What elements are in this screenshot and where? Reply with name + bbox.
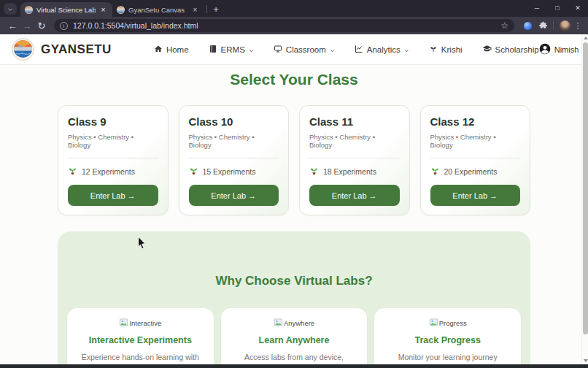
enter-lab-button[interactable]: Enter Lab → xyxy=(68,185,158,206)
tab-search-button[interactable] xyxy=(4,3,17,15)
site-favicon-icon xyxy=(25,6,33,14)
browser-toolbar: ← → ↻ i 127.0.0.1:5504/virtual_lab/index… xyxy=(0,17,588,34)
card-divider xyxy=(68,158,158,158)
chart-line-icon xyxy=(355,45,363,55)
experiments-count: 12 Experiments xyxy=(82,167,135,176)
class-subjects: Physics • Chemistry • Biology xyxy=(309,133,400,149)
nav-item-analytics[interactable]: Analytics xyxy=(355,45,409,55)
nav-label: Classroom xyxy=(286,45,326,54)
tab-title: GyanSetu Canvas xyxy=(128,6,187,14)
class-name: Class 9 xyxy=(68,115,158,128)
nav-item-scholarship[interactable]: Scholarship xyxy=(482,44,539,55)
minimize-button[interactable]: ─ xyxy=(527,0,547,16)
mouse-cursor xyxy=(137,236,147,253)
site-info-icon[interactable]: i xyxy=(60,22,68,30)
monitor-icon xyxy=(274,45,282,55)
feature-card-anywhere: Anywhere Learn Anywhere Access labs from… xyxy=(221,308,368,368)
experiments-count: 15 Experiments xyxy=(203,167,256,176)
tab-divider xyxy=(206,5,207,13)
card-divider xyxy=(189,158,279,158)
browser-tab-strip: Virtual Science Labs × GyanSetu Canvas ×… xyxy=(0,0,588,17)
chevron-down-icon xyxy=(249,46,254,55)
scroll-down-arrow[interactable] xyxy=(582,357,588,364)
extension-gem-icon[interactable] xyxy=(524,22,532,30)
plant-icon xyxy=(429,45,438,55)
browser-tab-active[interactable]: Virtual Science Labs × xyxy=(20,2,112,17)
main-nav: Home ERMS Classroom Analytics xyxy=(154,44,539,55)
feature-card-row: Interactive Interactive Experiments Expe… xyxy=(67,308,521,368)
tab-close-icon[interactable]: × xyxy=(190,5,200,15)
nav-item-krishi[interactable]: Krishi xyxy=(429,45,463,55)
book-icon xyxy=(209,45,217,55)
class-name: Class 10 xyxy=(189,115,279,128)
new-tab-button[interactable]: + xyxy=(209,2,223,15)
close-button[interactable]: ✕ xyxy=(568,0,588,16)
maximize-button[interactable]: □ xyxy=(547,0,568,16)
chevron-down-icon xyxy=(330,46,335,55)
feature-title: Interactive Experiments xyxy=(74,335,206,345)
forward-button[interactable]: → xyxy=(20,18,34,33)
browser-menu-icon[interactable]: ⋮ xyxy=(573,21,583,31)
seedling-icon xyxy=(189,166,198,177)
feature-card-interactive: Interactive Interactive Experiments Expe… xyxy=(67,308,214,368)
bookmark-star-icon[interactable]: ☆ xyxy=(500,20,508,31)
site-header: GYANSETU Home ERMS Classroom xyxy=(0,34,588,65)
seedling-icon xyxy=(309,166,319,177)
experiments-count: 18 Experiments xyxy=(323,167,376,176)
nav-item-classroom[interactable]: Classroom xyxy=(274,45,335,55)
footer-strip xyxy=(0,364,588,368)
seedling-icon xyxy=(68,166,77,177)
browser-tab-inactive[interactable]: GyanSetu Canvas × xyxy=(112,2,204,17)
why-choose-section: Why Choose Virtual Labs? Interactive Int… xyxy=(58,231,530,368)
class-card-12: Class 12 Physics • Chemistry • Biology 2… xyxy=(420,105,531,215)
page-scrollbar[interactable] xyxy=(581,34,588,364)
nav-label: Home xyxy=(166,45,189,54)
enter-lab-button[interactable]: Enter Lab → xyxy=(430,185,521,206)
image-alt-text: Progress xyxy=(439,319,467,327)
extensions-puzzle-icon[interactable] xyxy=(536,19,549,32)
nav-item-erms[interactable]: ERMS xyxy=(209,45,254,55)
nav-label: Analytics xyxy=(367,45,401,54)
section-title: Why Choose Virtual Labs? xyxy=(67,274,521,288)
scroll-up-arrow[interactable] xyxy=(582,34,588,42)
back-button[interactable]: ← xyxy=(5,18,20,33)
browser-window: Virtual Science Labs × GyanSetu Canvas ×… xyxy=(0,0,588,368)
class-card-11: Class 11 Physics • Chemistry • Biology 1… xyxy=(299,105,410,215)
browser-profile-avatar[interactable] xyxy=(560,20,570,31)
url-text: 127.0.0.1:5504/virtual_lab/index.html xyxy=(73,21,500,30)
seedling-icon xyxy=(430,166,440,177)
address-bar[interactable]: i 127.0.0.1:5504/virtual_lab/index.html … xyxy=(54,19,514,32)
page-content: GYANSETU Home ERMS Classroom xyxy=(0,34,588,368)
gyansetu-logo[interactable] xyxy=(12,38,34,61)
chevron-down-icon xyxy=(404,46,409,55)
class-name: Class 11 xyxy=(309,115,400,128)
brand-name[interactable]: GYANSETU xyxy=(41,42,112,57)
tab-title: Virtual Science Labs xyxy=(36,6,96,14)
nav-label: ERMS xyxy=(221,45,245,54)
tab-close-icon[interactable]: × xyxy=(98,5,108,15)
nav-item-home[interactable]: Home xyxy=(154,45,189,55)
broken-image-icon xyxy=(429,318,438,329)
feature-card-progress: Progress Track Progress Monitor your lea… xyxy=(374,308,521,368)
feature-title: Track Progress xyxy=(382,335,514,345)
nav-label: Krishi xyxy=(441,45,463,54)
user-avatar-icon xyxy=(539,43,551,56)
class-subjects: Physics • Chemistry • Biology xyxy=(189,133,279,149)
image-alt-text: Interactive xyxy=(129,319,161,327)
class-card-10: Class 10 Physics • Chemistry • Biology 1… xyxy=(179,105,290,215)
class-name: Class 12 xyxy=(430,115,521,128)
experiments-count: 20 Experiments xyxy=(444,167,498,176)
user-menu[interactable]: Nimish Kushwaha xyxy=(539,43,588,56)
enter-lab-button[interactable]: Enter Lab → xyxy=(309,185,400,206)
card-divider xyxy=(430,158,521,158)
enter-lab-button[interactable]: Enter Lab → xyxy=(189,185,279,206)
page-title: Select Your Class xyxy=(0,71,588,88)
toolbar-divider xyxy=(553,21,554,30)
class-subjects: Physics • Chemistry • Biology xyxy=(430,133,521,149)
broken-image-icon xyxy=(119,318,128,329)
scrollbar-thumb[interactable] xyxy=(583,42,588,334)
reload-button[interactable]: ↻ xyxy=(34,18,49,33)
class-card-row: Class 9 Physics • Chemistry • Biology 12… xyxy=(58,105,530,215)
class-card-9: Class 9 Physics • Chemistry • Biology 12… xyxy=(58,105,169,215)
site-favicon-icon xyxy=(117,6,125,14)
